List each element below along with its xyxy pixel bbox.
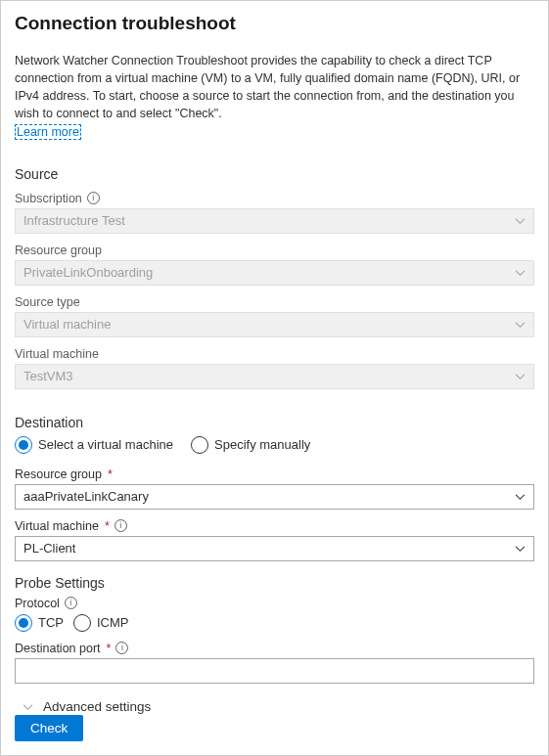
source-resource-group-value: PrivateLinkOnboarding — [23, 265, 153, 280]
protocol-radio-group: TCP ICMP — [15, 614, 534, 632]
source-heading: Source — [15, 166, 534, 182]
chevron-down-icon — [515, 317, 526, 332]
protocol-label: Protocol i — [15, 597, 534, 610]
chevron-down-icon — [515, 213, 526, 228]
info-icon[interactable]: i — [65, 597, 77, 609]
radio-tcp[interactable]: TCP — [15, 614, 64, 632]
info-icon[interactable]: i — [115, 642, 128, 654]
source-resource-group-select: PrivateLinkOnboarding — [15, 260, 534, 286]
radio-specify-manually[interactable]: Specify manually — [191, 436, 310, 454]
info-icon[interactable]: i — [114, 519, 127, 532]
chevron-down-icon — [515, 541, 526, 556]
chevron-down-icon — [515, 489, 526, 504]
radio-icon — [15, 436, 32, 454]
source-vm-label: Virtual machine — [15, 347, 534, 361]
source-vm-select: TestVM3 — [15, 364, 534, 389]
page-description: Network Watcher Connection Troubleshoot … — [15, 52, 534, 141]
radio-icon — [73, 614, 91, 632]
destination-heading: Destination — [15, 415, 534, 430]
check-button[interactable]: Check — [15, 715, 83, 741]
radio-icon — [191, 436, 208, 454]
page-title: Connection troubleshoot — [15, 13, 534, 34]
chevron-down-icon — [23, 699, 33, 714]
dest-vm-label: Virtual machine* i — [15, 519, 534, 533]
probe-heading: Probe Settings — [15, 575, 534, 591]
chevron-down-icon — [515, 265, 526, 280]
advanced-settings-toggle[interactable]: Advanced settings — [15, 699, 534, 714]
dest-port-label: Destination port* i — [15, 642, 534, 655]
resource-group-label: Resource group — [15, 244, 534, 257]
source-type-value: Virtual machine — [23, 317, 111, 332]
radio-icmp[interactable]: ICMP — [73, 614, 129, 632]
subscription-select: Infrastructure Test — [15, 208, 534, 234]
info-icon[interactable]: i — [87, 192, 100, 204]
subscription-value: Infrastructure Test — [23, 213, 125, 228]
chevron-down-icon — [515, 369, 526, 383]
dest-resource-group-value: aaaPrivateLinkCanary — [23, 489, 149, 504]
dest-resource-group-label: Resource group* — [15, 467, 534, 481]
destination-port-input[interactable] — [15, 658, 534, 684]
dest-resource-group-select[interactable]: aaaPrivateLinkCanary — [15, 484, 534, 510]
source-type-select: Virtual machine — [15, 312, 534, 337]
source-vm-value: TestVM3 — [23, 369, 73, 383]
learn-more-link[interactable]: Learn more — [15, 124, 81, 140]
destination-radio-group: Select a virtual machine Specify manuall… — [15, 436, 534, 454]
connection-troubleshoot-panel: Connection troubleshoot Network Watcher … — [0, 0, 549, 756]
radio-icon — [15, 614, 32, 632]
dest-vm-value: PL-Client — [23, 541, 75, 556]
radio-select-vm[interactable]: Select a virtual machine — [15, 436, 173, 454]
source-type-label: Source type — [15, 295, 534, 309]
subscription-label: Subscription i — [15, 192, 534, 205]
dest-vm-select[interactable]: PL-Client — [15, 536, 534, 561]
description-text: Network Watcher Connection Troubleshoot … — [15, 54, 520, 120]
